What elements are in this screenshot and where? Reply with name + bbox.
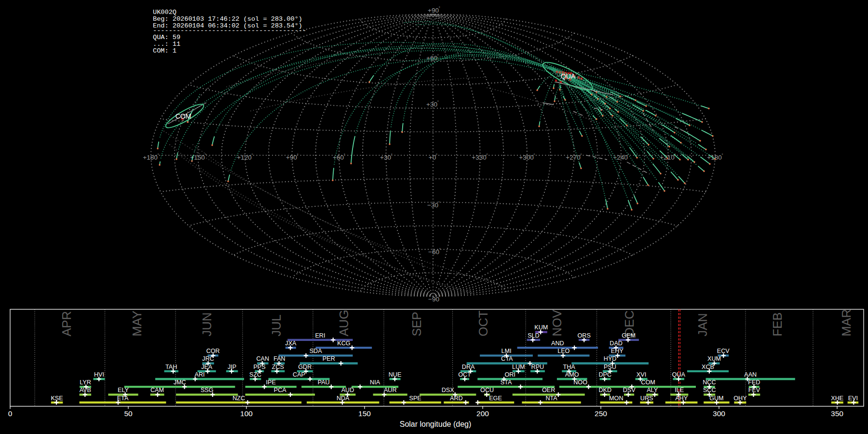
svg-text:STA: STA [501,379,512,386]
svg-text:0: 0 [8,409,13,418]
svg-text:SCC: SCC [703,387,716,393]
svg-text:SPE: SPE [409,395,421,402]
svg-text:ORS: ORS [578,332,591,339]
svg-text:SEP: SEP [410,312,423,336]
svg-text:ELY: ELY [118,387,129,393]
svg-text:NOV: NOV [550,310,564,336]
svg-text:TAH: TAH [165,364,177,370]
svg-text:DSV: DSV [623,387,636,393]
svg-text:XVI: XVI [637,371,646,378]
svg-text:300: 300 [713,409,725,418]
svg-text:350: 350 [831,409,843,418]
svg-text:MAR: MAR [840,309,853,337]
svg-text:NCC: NCC [703,379,716,386]
svg-text:NUE: NUE [389,371,402,378]
svg-text:DKD: DKD [599,387,612,393]
svg-text:JEA: JEA [201,364,213,370]
svg-text:COR: COR [206,348,220,354]
svg-text:FEB: FEB [771,312,785,337]
svg-text:KUM: KUM [534,324,548,331]
svg-text:COM: COM [176,112,191,120]
svg-text:OER: OER [542,387,555,393]
svg-text:MAY: MAY [130,311,144,336]
svg-text:−30˚: −30˚ [427,201,440,209]
svg-text:GDR: GDR [298,364,312,370]
svg-text:−90˚: −90˚ [428,295,441,303]
svg-text:SDA: SDA [310,348,322,354]
svg-text:NZC: NZC [232,395,245,402]
svg-text:100: 100 [240,409,253,418]
svg-text:OCU: OCU [480,387,494,393]
svg-text:JUN: JUN [200,312,214,337]
svg-text:ARI: ARI [195,371,205,378]
svg-text:COM: 1: COM: 1 [153,47,176,54]
svg-text:THA: THA [563,364,576,370]
svg-text:XCB: XCB [702,364,714,370]
svg-text:CAP: CAP [293,371,305,378]
svg-text:DRA: DRA [462,364,475,370]
svg-text:URS: URS [640,395,653,402]
svg-text:AAN: AAN [744,371,757,378]
svg-text:SSG: SSG [201,387,214,393]
svg-text:ZCS: ZCS [272,364,284,370]
svg-text:LMI: LMI [502,348,512,354]
svg-text:EHY: EHY [611,348,624,354]
svg-text:XUM: XUM [707,355,721,362]
svg-text:DSX: DSX [442,387,454,393]
svg-text:ECV: ECV [717,348,730,354]
svg-text:...: 11: ...: 11 [153,41,180,48]
svg-text:SLD: SLD [528,332,540,339]
svg-text:LEO: LEO [557,348,570,354]
svg-text:APR: APR [60,311,73,336]
svg-text:AUR: AUR [384,387,397,393]
svg-text:150: 150 [358,409,371,418]
svg-text:AND: AND [551,340,564,347]
svg-text:LYR: LYR [80,379,91,386]
svg-text:+270˚: +270˚ [566,153,582,161]
svg-text:+330˚: +330˚ [472,153,488,161]
svg-text:DPC: DPC [599,371,612,378]
svg-text:−60˚: −60˚ [428,248,441,256]
svg-text:JMC: JMC [174,379,186,386]
svg-text:PPS: PPS [253,364,265,370]
svg-text:AUD: AUD [341,387,354,393]
svg-text:OCT: OCT [477,311,490,337]
svg-text:EVI: EVI [848,395,858,402]
svg-text:SZC: SZC [249,371,261,378]
svg-text:AVB: AVB [80,387,91,393]
svg-text:IPE: IPE [266,379,276,386]
svg-text:EGE: EGE [489,395,502,402]
svg-text:RPU: RPU [531,364,544,370]
svg-text:QUA: QUA [561,72,576,80]
svg-text:FEV: FEV [748,387,760,393]
svg-text:50: 50 [124,409,133,418]
svg-text:NOO: NOO [573,379,587,386]
svg-text:OHY: OHY [733,395,747,402]
svg-text:AMO: AMO [565,371,579,378]
svg-text:+210˚: +210˚ [660,153,676,161]
svg-text:NDA: NDA [337,395,350,402]
svg-text:200: 200 [476,409,489,418]
svg-text:PER: PER [323,355,335,362]
svg-text:+90˚: +90˚ [428,6,440,14]
svg-text:ILE: ILE [675,387,684,393]
svg-text:+180˚: +180˚ [143,153,159,161]
svg-text:OCT: OCT [458,371,471,378]
svg-text:PAU: PAU [318,379,330,386]
svg-text:JXA: JXA [285,340,297,347]
svg-text:250: 250 [595,409,607,418]
svg-text:COM: COM [641,379,655,386]
svg-text:MON: MON [609,395,623,402]
svg-text:JIP: JIP [228,364,236,370]
svg-text:PSU: PSU [604,364,616,370]
svg-text:UK002Q: UK002Q [153,9,176,16]
svg-text:QUA: QUA [672,371,686,378]
svg-text:JUL: JUL [270,314,284,336]
svg-text:ERI: ERI [315,332,325,339]
svg-text:+90˚: +90˚ [286,153,298,161]
svg-text:AHY: AHY [675,395,688,402]
svg-text:ARD: ARD [450,395,463,402]
svg-text:+120˚: +120˚ [237,153,253,161]
svg-text:QUA: 59: QUA: 59 [153,34,180,41]
svg-text:+300˚: +300˚ [519,153,535,161]
